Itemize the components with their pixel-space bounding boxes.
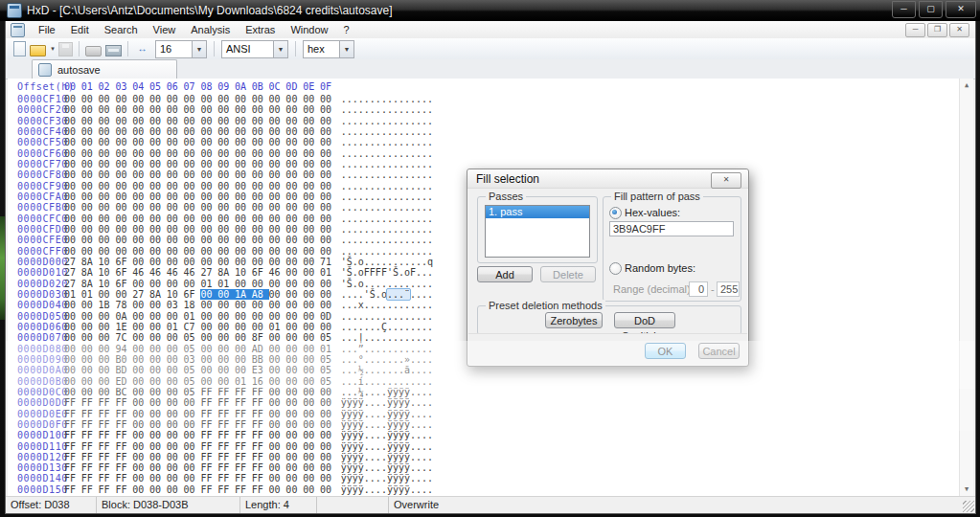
hex-byte[interactable]: 00 (99, 332, 116, 343)
ascii-cell[interactable]: ÿÿÿÿ....ÿÿÿÿ.... (341, 430, 433, 440)
hex-byte[interactable]: 00 (132, 344, 149, 354)
dialog-close-icon[interactable]: ✕ (711, 172, 741, 189)
hex-byte[interactable]: 00 (81, 214, 99, 224)
hex-byte[interactable]: 00 (320, 137, 337, 147)
hex-byte[interactable]: 00 (167, 181, 184, 191)
ascii-cell[interactable]: ................ (341, 148, 433, 159)
hex-byte[interactable]: 00 (285, 159, 303, 169)
hex-byte[interactable]: FF (217, 397, 235, 408)
hex-byte[interactable]: 00 (200, 365, 217, 375)
minimize-button[interactable]: ─ (892, 1, 916, 18)
hex-byte[interactable]: 00 (184, 397, 201, 408)
hex-byte[interactable]: 00 (99, 387, 116, 397)
hex-byte[interactable]: 00 (200, 116, 217, 126)
hex-byte[interactable]: FF (200, 473, 217, 483)
hex-byte[interactable]: 00 (303, 137, 320, 147)
hex-byte[interactable]: 00 (99, 354, 116, 365)
hex-byte[interactable]: 00 (303, 311, 320, 322)
hex-byte[interactable]: 01 (167, 322, 184, 332)
hex-byte[interactable]: 00 (132, 397, 149, 408)
hex-byte[interactable]: 00 (269, 104, 286, 115)
hex-byte[interactable]: 00 (99, 311, 116, 322)
hex-byte[interactable]: 00 (149, 246, 167, 257)
range-to-input[interactable]: 255 (717, 281, 740, 297)
hex-byte[interactable]: 00 (252, 246, 269, 257)
hex-byte[interactable]: 00 (303, 159, 320, 169)
hex-byte[interactable]: 00 (81, 94, 99, 104)
hex-byte[interactable]: 00 (115, 94, 132, 104)
hex-byte[interactable]: 00 (99, 169, 116, 180)
ascii-cell[interactable]: ...í............ (341, 376, 433, 387)
hex-byte[interactable]: 71 (320, 257, 337, 267)
hex-byte[interactable]: 00 (269, 397, 286, 408)
hex-byte[interactable]: 00 (200, 181, 217, 191)
hex-row[interactable]: 0000D110FFFFFFFF00000000FFFFFFFF00000000… (17, 441, 433, 452)
hex-byte[interactable]: 00 (252, 181, 269, 191)
hex-byte[interactable]: FF (200, 397, 217, 408)
hex-byte[interactable]: 00 (320, 104, 337, 115)
hex-byte[interactable]: 00 (149, 148, 167, 159)
hex-byte[interactable]: 00 (285, 246, 303, 257)
hex-byte[interactable]: 00 (217, 376, 235, 387)
hex-byte[interactable]: 00 (99, 246, 116, 257)
hex-byte[interactable]: 00 (269, 311, 286, 322)
hex-byte[interactable]: 00 (132, 169, 149, 180)
hex-byte[interactable]: 00 (320, 419, 337, 430)
hex-byte[interactable]: 00 (269, 246, 286, 257)
hex-byte[interactable]: 00 (320, 214, 337, 224)
hex-byte[interactable]: 00 (132, 246, 149, 257)
hex-byte[interactable]: 00 (320, 191, 337, 202)
hex-row[interactable]: 0000CF6000000000000000000000000000000000… (17, 148, 433, 159)
hex-byte[interactable]: 00 (252, 214, 269, 224)
hex-byte[interactable]: FF (64, 462, 81, 473)
hex-byte[interactable]: 00 (285, 116, 303, 126)
hex-byte[interactable]: 00 (235, 169, 252, 180)
hex-byte[interactable]: 01 (81, 289, 99, 300)
hex-byte[interactable]: 00 (269, 300, 286, 310)
hex-byte[interactable]: 00 (149, 344, 167, 354)
hex-byte[interactable]: 00 (184, 441, 201, 452)
hex-byte[interactable]: 00 (167, 376, 184, 387)
hex-byte[interactable]: 03 (184, 354, 201, 365)
hex-byte[interactable]: 00 (99, 137, 116, 147)
menu-item-[interactable]: ? (336, 21, 357, 38)
ascii-cell[interactable]: ................ (341, 311, 433, 322)
hex-byte[interactable]: 00 (235, 159, 252, 169)
ok-button[interactable]: OK (645, 343, 686, 359)
hex-byte[interactable]: 00 (64, 332, 81, 343)
hex-byte[interactable]: 00 (132, 224, 149, 235)
add-button[interactable]: Add (477, 266, 533, 282)
hex-byte[interactable]: 00 (217, 224, 235, 235)
hex-byte[interactable]: 00 (200, 344, 217, 354)
ascii-cell[interactable]: ...”............ (341, 344, 433, 354)
hex-row[interactable]: 0000CFE000000000000000000000000000000000… (17, 235, 433, 245)
hex-byte[interactable]: 00 (320, 148, 337, 159)
hex-byte[interactable]: FF (235, 484, 252, 495)
ascii-cell[interactable]: ....'Š.o...¨.... (341, 289, 433, 300)
hex-byte[interactable]: 27 (200, 267, 217, 278)
hex-byte[interactable]: 00 (285, 376, 303, 387)
hex-byte[interactable]: 00 (217, 214, 235, 224)
hex-byte[interactable]: 00 (303, 430, 320, 440)
hex-byte[interactable]: 00 (303, 224, 320, 235)
hex-byte[interactable]: 00 (320, 116, 337, 126)
hex-byte[interactable]: 00 (132, 257, 149, 267)
hex-byte[interactable]: 00 (132, 311, 149, 322)
hex-byte[interactable]: 00 (320, 289, 337, 300)
hex-byte[interactable]: 00 (285, 452, 303, 462)
hex-byte[interactable]: 00 (252, 311, 269, 322)
hex-byte[interactable]: 00 (167, 473, 184, 483)
hex-byte[interactable]: 00 (81, 344, 99, 354)
hex-row[interactable]: 0000CF8000000000000000000000000000000000… (17, 169, 433, 180)
hex-byte[interactable]: 00 (320, 397, 337, 408)
hex-byte[interactable]: 18 (184, 300, 201, 310)
hex-byte[interactable]: 01 (217, 279, 235, 289)
hex-byte[interactable]: 00 (235, 224, 252, 235)
hex-row[interactable]: 0000CF3000000000000000000000000000000000… (17, 116, 433, 126)
hex-byte[interactable]: ED (115, 376, 132, 387)
hex-byte[interactable]: 6F (252, 267, 269, 278)
hex-byte[interactable]: 00 (167, 441, 184, 452)
offset-base-select[interactable]: hex ▼ (303, 40, 354, 58)
hex-byte[interactable]: 00 (235, 322, 252, 332)
hex-byte[interactable]: 00 (167, 202, 184, 213)
